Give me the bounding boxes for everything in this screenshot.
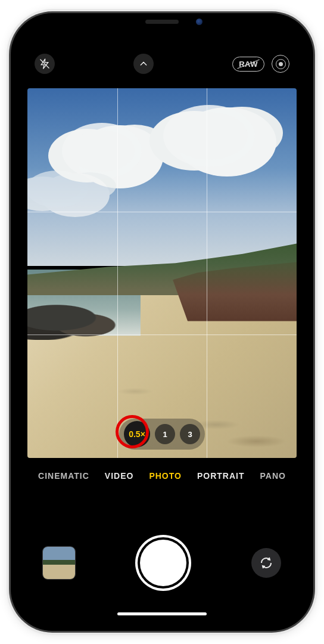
speaker-grille	[145, 20, 179, 24]
viewfinder[interactable]: 0.5× 1 3	[27, 88, 297, 458]
mode-pano[interactable]: PANO	[260, 471, 285, 481]
camera-options-toggle[interactable]	[133, 54, 154, 74]
zoom-option-3x[interactable]: 3	[180, 424, 200, 444]
zoom-selector: 0.5× 1 3	[119, 419, 205, 450]
chevron-up-icon	[139, 59, 148, 69]
shutter-button[interactable]	[140, 540, 186, 586]
mode-cinematic[interactable]: CINEMATIC	[38, 471, 89, 481]
flash-toggle[interactable]	[35, 54, 55, 74]
zoom-option-1x[interactable]: 1	[155, 424, 175, 444]
top-controls: RAW	[20, 51, 304, 76]
flash-off-icon	[39, 58, 51, 70]
camera-flip-button[interactable]	[251, 548, 281, 578]
mode-photo[interactable]: PHOTO	[149, 471, 182, 481]
last-photo-thumbnail[interactable]	[43, 547, 75, 579]
iphone-frame: RAW	[11, 13, 313, 631]
front-camera	[196, 18, 202, 25]
home-indicator[interactable]	[117, 612, 207, 615]
mode-portrait[interactable]: PORTRAIT	[197, 471, 245, 481]
live-photo-toggle[interactable]	[272, 55, 289, 73]
scene-preview	[27, 88, 297, 458]
live-photo-icon	[276, 59, 286, 69]
bottom-controls	[20, 534, 304, 592]
screen: RAW	[20, 23, 304, 621]
camera-flip-icon	[259, 556, 273, 570]
notch	[96, 13, 228, 32]
mode-selector[interactable]: CINEMATIC VIDEO PHOTO PORTRAIT PANO	[20, 471, 304, 481]
raw-toggle[interactable]: RAW	[232, 57, 264, 72]
mode-video[interactable]: VIDEO	[105, 471, 134, 481]
zoom-option-0.5x[interactable]: 0.5×	[124, 421, 150, 447]
top-right-controls: RAW	[232, 55, 289, 73]
